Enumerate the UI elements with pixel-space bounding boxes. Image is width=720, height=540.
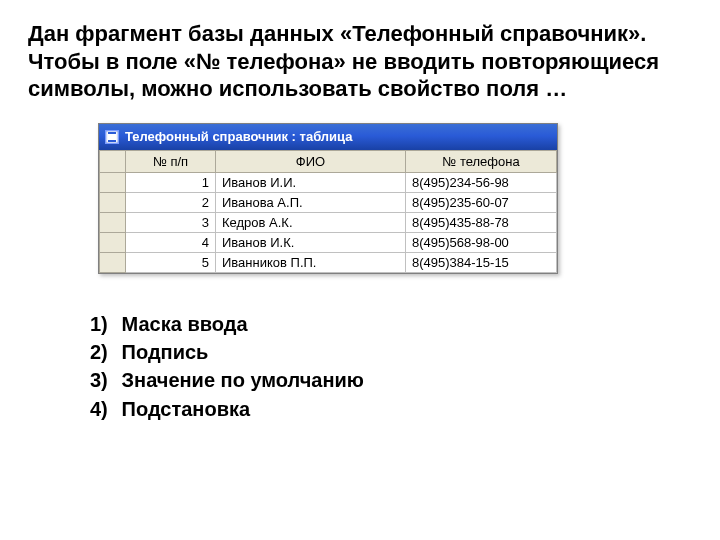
access-window: Телефонный справочник : таблица № п/п ФИ… [98,123,558,274]
answer-option: 3) Значение по умолчанию [90,366,692,394]
cell-phone: 8(495)384-15-15 [406,252,557,272]
col-header-num: № п/п [126,150,216,172]
window-title: Телефонный справочник : таблица [125,129,352,144]
cell-num: 2 [126,192,216,212]
cell-num: 1 [126,172,216,192]
answers-block: 1) Маска ввода 2) Подпись 3) Значение по… [90,310,692,424]
row-selector-header [100,150,126,172]
answer-text: Маска ввода [122,313,248,335]
cell-phone: 8(495)568-98-00 [406,232,557,252]
table-row: 3 Кедров А.К. 8(495)435-88-78 [100,212,557,232]
row-selector [100,192,126,212]
answer-option: 2) Подпись [90,338,692,366]
cell-phone: 8(495)435-88-78 [406,212,557,232]
cell-fio: Иванников П.П. [216,252,406,272]
cell-fio: Иванов И.И. [216,172,406,192]
cell-phone: 8(495)234-56-98 [406,172,557,192]
answer-option: 1) Маска ввода [90,310,692,338]
table-row: 5 Иванников П.П. 8(495)384-15-15 [100,252,557,272]
answer-text: Подпись [122,341,209,363]
cell-num: 3 [126,212,216,232]
data-grid: № п/п ФИО № телефона 1 Иванов И.И. 8(495… [99,150,557,273]
row-selector [100,232,126,252]
row-selector [100,252,126,272]
title-bar: Телефонный справочник : таблица [99,124,557,150]
table-row: 4 Иванов И.К. 8(495)568-98-00 [100,232,557,252]
question-text: Дан фрагмент базы данных «Телефонный спр… [28,20,692,103]
cell-num: 4 [126,232,216,252]
table-row: 2 Иванова А.П. 8(495)235-60-07 [100,192,557,212]
cell-phone: 8(495)235-60-07 [406,192,557,212]
col-header-fio: ФИО [216,150,406,172]
answer-number: 4) [90,395,116,423]
answer-text: Значение по умолчанию [122,369,364,391]
cell-fio: Кедров А.К. [216,212,406,232]
datasheet-icon [105,130,119,144]
row-selector [100,172,126,192]
col-header-phone: № телефона [406,150,557,172]
cell-num: 5 [126,252,216,272]
answer-text: Подстановка [122,398,251,420]
row-selector [100,212,126,232]
answer-number: 2) [90,338,116,366]
answer-option: 4) Подстановка [90,395,692,423]
db-screenshot: Телефонный справочник : таблица № п/п ФИ… [98,123,692,274]
answer-number: 3) [90,366,116,394]
answer-number: 1) [90,310,116,338]
cell-fio: Иванов И.К. [216,232,406,252]
table-row: 1 Иванов И.И. 8(495)234-56-98 [100,172,557,192]
cell-fio: Иванова А.П. [216,192,406,212]
